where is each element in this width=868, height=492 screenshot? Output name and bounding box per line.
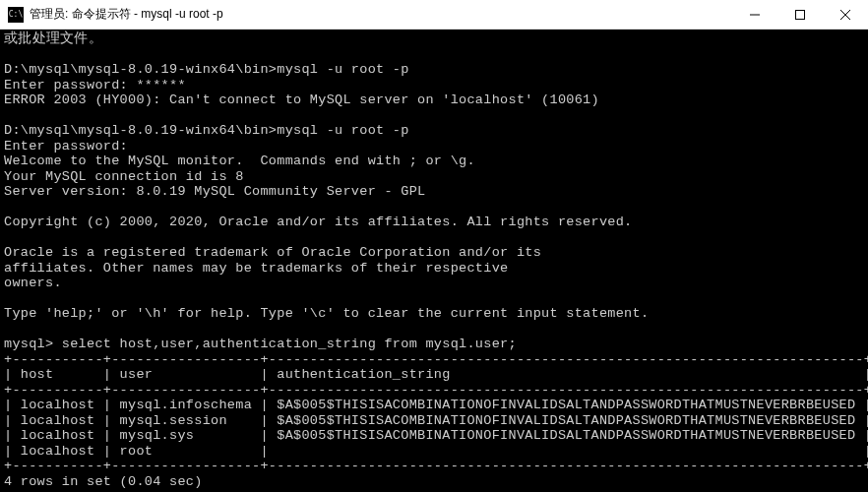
maximize-icon: [795, 10, 805, 20]
window-title: 管理员: 命令提示符 - mysql -u root -p: [30, 6, 732, 23]
svg-rect-1: [796, 10, 805, 19]
cmd-icon: C:\: [8, 7, 24, 23]
maximize-button[interactable]: [777, 0, 823, 29]
window-titlebar: C:\ 管理员: 命令提示符 - mysql -u root -p: [0, 0, 868, 30]
close-button[interactable]: [823, 0, 868, 29]
minimize-button[interactable]: [732, 0, 777, 29]
minimize-icon: [750, 10, 760, 20]
terminal-output[interactable]: 或批处理文件。 D:\mysql\mysql-8.0.19-winx64\bin…: [0, 30, 868, 492]
window-controls: [732, 0, 868, 29]
close-icon: [840, 10, 850, 20]
